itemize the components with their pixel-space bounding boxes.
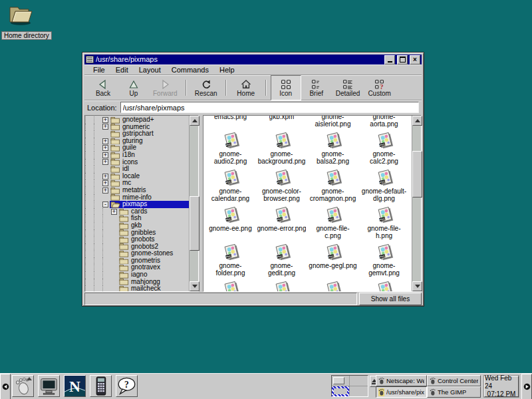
task-button-0[interactable]: Netscape: Welc... [376,375,427,386]
tree-scrollbar[interactable] [189,116,198,291]
file-gkb.xpm[interactable]: PNGgkb.xpm [256,116,307,130]
workspace-4[interactable] [350,386,368,397]
file-gnome-gemvt.png[interactable]: PNGgnome-gemvt.png [358,241,410,279]
file-gnome-background.png[interactable]: PNGgnome-background.png [256,130,307,167]
titlebar[interactable]: /usr/share/pixmaps × [84,55,422,65]
tree-row-gnotepad+[interactable]: +gnotepad+ [85,116,189,124]
file-gnome-gegl.png[interactable]: PNGgnome-gegl.png [307,241,358,279]
tree-item-cards[interactable]: cards [118,208,189,215]
tree-row-gnibbles[interactable]: gnibbles [85,229,189,237]
location-input[interactable] [120,102,419,113]
tree-row-gstripchart[interactable]: gstripchart [85,130,189,138]
file-gnome-file-c.png[interactable]: PNGgnome-file-c.png [307,204,358,241]
tree-row-gturing[interactable]: +gturing [85,138,189,145]
toolbar-button-home[interactable]: Home [231,75,261,100]
workspace-1[interactable] [332,376,350,386]
terminal-launcher[interactable] [38,375,60,397]
calculator-launcher[interactable] [90,375,112,397]
tree-item-gnumeric[interactable]: gnumeric [110,124,189,131]
icon-view-scrollbar[interactable] [412,116,421,291]
tree-expander[interactable]: + [102,138,108,144]
toolbar-button-forward[interactable]: Forward [149,75,182,100]
show-all-files-button[interactable]: Show all files [359,293,422,305]
tree-row-pixmaps[interactable]: -pixmaps [85,201,189,208]
tree-row-cards[interactable]: +cards [85,208,189,215]
tree-row-gkb[interactable]: gkb [85,222,189,229]
tree-scroll-down-button[interactable] [190,281,200,291]
tree-row-gnome-stones[interactable]: gnome-stones [85,250,189,257]
tree-expander[interactable]: + [102,174,108,180]
tree-item-metatris[interactable]: metatris [110,187,189,194]
tree-row-iagno[interactable]: iagno [85,271,189,279]
workspace-2[interactable] [350,376,368,386]
file-icon-unlabeled[interactable]: PNG [256,279,307,291]
task-button-2[interactable]: /usr/share/pixm... [376,386,427,398]
tree-item-gkb[interactable]: gkb [118,222,189,229]
window-menu-icon[interactable] [86,56,94,63]
file-icon-unlabeled[interactable]: PNG [205,279,256,291]
toolbar-button-custom[interactable]: ?Custom [364,75,394,100]
tree-expander[interactable]: + [102,124,108,130]
tree-item-iagno[interactable]: iagno [118,271,189,279]
tree-item-idl[interactable]: idl [110,166,189,173]
home-directory-desktop-icon[interactable]: Home directory [1,2,48,41]
tree-item-fish[interactable]: fish [118,215,189,222]
toolbar-button-icon[interactable]: Icon [271,75,301,100]
tree-item-gnome-stones[interactable]: gnome-stones [118,250,189,257]
maximize-button[interactable] [397,55,408,65]
tree-item-mc[interactable]: mc [110,180,189,187]
tree-row-gnotravex[interactable]: gnotravex [85,264,189,271]
toolbar-button-rescan[interactable]: Rescan [191,75,221,100]
panel-hide-right-button[interactable] [521,374,532,399]
tree-row-i18n[interactable]: +i18n [85,152,189,159]
tree-expander[interactable]: + [111,209,117,215]
file-icon-unlabeled[interactable]: PNG [358,279,410,291]
tree-item-gnibbles[interactable]: gnibbles [118,229,189,237]
menu-item-layout[interactable]: Layout [134,66,166,74]
tree-row-gnometris[interactable]: gnometris [85,257,189,265]
toolbar-button-up[interactable]: Up [118,75,149,100]
tree-item-gnotravex[interactable]: gnotravex [118,264,189,271]
file-gnome-default-dlg.png[interactable]: PNGgnome-default-dlg.png [358,167,410,204]
tree-expander[interactable]: + [102,159,108,165]
tree-item-pixmaps[interactable]: pixmaps [110,201,189,208]
file-emacs.png[interactable]: PNGemacs.png [205,116,256,130]
tree-row-locale[interactable]: +locale [85,173,189,180]
tree-row-icons[interactable]: +icons [85,159,189,166]
file-gnome-balsa2.png[interactable]: PNGgnome-balsa2.png [307,130,358,167]
tree-expander[interactable]: + [102,117,108,123]
file-gnome-ee.png[interactable]: PNGgnome-ee.png [205,204,256,241]
file-gnome-folder.png[interactable]: PNGgnome-folder.png [205,241,256,279]
menu-item-commands[interactable]: Commands [166,66,214,74]
file-gnome-gedit.png[interactable]: PNGgnome-gedit.png [256,241,307,279]
tree-row-fish[interactable]: fish [85,215,189,222]
tree-scroll-thumb[interactable] [190,196,200,250]
tree-item-guile[interactable]: guile [110,144,189,152]
toolbar-button-brief[interactable]: Brief [301,75,332,100]
help-launcher[interactable]: ? [116,375,138,397]
tree-row-gnobots[interactable]: gnobots [85,236,189,243]
minimize-button[interactable] [384,55,395,65]
tree-row-guile[interactable]: +guile [85,144,189,152]
menu-item-file[interactable]: File [88,66,110,74]
tree-expander[interactable]: + [102,180,108,186]
task-button-1[interactable]: Control Center [427,375,481,386]
file-gnome-error.png[interactable]: PNGgnome-error.png [256,204,307,241]
tree-row-mailcheck[interactable]: mailcheck [85,285,189,291]
panel-hide-left-button[interactable] [0,374,11,399]
tree-row-mc[interactable]: +mc [85,180,189,187]
tree-expander[interactable]: + [102,152,108,158]
tree-row-gnumeric[interactable]: +gnumeric [85,124,189,131]
menu-item-help[interactable]: Help [214,66,240,74]
task-button-3[interactable]: The GIMP [427,386,481,398]
tree-expander[interactable]: - [102,201,108,207]
tree-row-mahjongg[interactable]: mahjongg [85,279,189,286]
file-gnome-aisleriot.png[interactable]: PNGgnome-aisleriot.png [307,116,358,130]
tree-scroll-up-button[interactable] [190,116,200,126]
file-gnome-cromagnon.png[interactable]: PNGgnome-cromagnon.png [307,167,358,204]
tree-item-gturing[interactable]: gturing [110,138,189,145]
tree-row-gnobots2[interactable]: gnobots2 [85,243,189,251]
tree-item-mime-info[interactable]: mime-info [110,194,189,201]
workspace-3-active[interactable] [332,386,350,397]
file-gnome-calc2.png[interactable]: PNGgnome-calc2.png [358,130,410,167]
